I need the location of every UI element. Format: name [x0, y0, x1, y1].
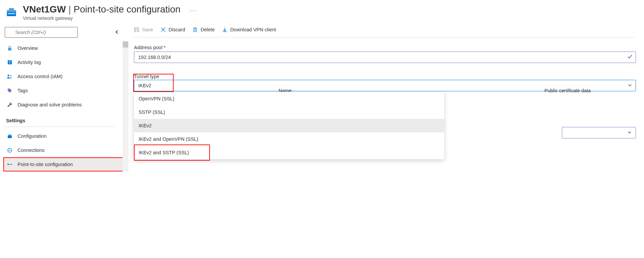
discard-button[interactable]: Discard: [160, 27, 185, 32]
tunnel-option-sstp[interactable]: SSTP (SSL): [134, 105, 444, 119]
toolbar-label: Save: [142, 27, 153, 32]
nav-diagnose[interactable]: Diagnose and solve problems: [3, 98, 124, 112]
toolbar-label: Delete: [201, 27, 215, 32]
svg-point-13: [8, 89, 9, 90]
svg-rect-14: [8, 135, 12, 138]
trash-icon: [192, 27, 198, 32]
required-indicator: *: [164, 45, 166, 50]
page-title: Point-to-site configuration: [74, 4, 181, 15]
download-button[interactable]: Download VPN client: [222, 27, 276, 32]
tunnel-option-ikev2-sstp[interactable]: IKEv2 and SSTP (SSL): [134, 146, 444, 159]
nav-access-control[interactable]: Access control (IAM): [3, 69, 124, 84]
download-icon: [222, 27, 227, 32]
nav-configuration[interactable]: Configuration: [3, 129, 124, 143]
tunnel-option-ikev2[interactable]: IKEv2: [134, 119, 444, 132]
tunnel-type-label: Tunnel type: [134, 74, 636, 79]
nav-connections[interactable]: Connections: [3, 143, 124, 157]
nav-point-to-site[interactable]: Point-to-site configuration: [3, 157, 124, 171]
toolbar: Save Discard Delete Download VPN client: [134, 24, 636, 37]
svg-rect-1: [7, 10, 16, 12]
toolbar-label: Download VPN client: [230, 27, 276, 32]
svg-point-21: [11, 164, 12, 165]
svg-rect-2: [9, 8, 14, 10]
partially-hidden-field: [562, 127, 636, 138]
svg-point-20: [7, 164, 9, 165]
address-pool-input[interactable]: [134, 52, 636, 63]
nav-label: Activity log: [17, 60, 41, 65]
tunnel-option-openvpn[interactable]: OpenVPN (SSL): [134, 92, 444, 105]
check-icon: [627, 54, 633, 61]
title-separator: |: [69, 4, 71, 15]
p2s-icon: [7, 161, 13, 167]
chevron-down-icon: [628, 130, 632, 135]
dropdown-value: IKEv2: [138, 83, 151, 88]
gateway-icon: [5, 6, 17, 18]
save-button: Save: [134, 27, 153, 32]
wrench-icon: [7, 102, 13, 108]
resource-type: Virtual network gateway: [23, 15, 197, 21]
close-icon: [160, 27, 166, 32]
nav-tags[interactable]: Tags: [3, 84, 124, 98]
nav-section-settings: Settings: [3, 112, 114, 127]
page-header: VNet1GW | Point-to-site configuration ··…: [0, 0, 644, 24]
svg-point-17: [9, 150, 10, 151]
sidebar: Overview Activity log Access control (IA…: [0, 24, 124, 171]
svg-rect-15: [9, 134, 11, 135]
delete-button[interactable]: Delete: [192, 27, 215, 32]
more-actions-button[interactable]: ···: [183, 7, 197, 14]
connections-icon: [7, 147, 13, 153]
log-icon: [7, 59, 13, 65]
address-pool-label: Address pool*: [134, 45, 636, 50]
tunnel-type-dropdown-menu: OpenVPN (SSL) SSTP (SSL) IKEv2 IKEv2 and…: [134, 92, 444, 159]
tag-icon: [7, 88, 13, 94]
nav-overview[interactable]: Overview: [3, 41, 124, 55]
nav-label: Connections: [17, 148, 45, 153]
svg-rect-3: [8, 13, 15, 14]
save-icon: [134, 27, 139, 32]
main-content: Save Discard Delete Download VPN client: [124, 24, 644, 171]
svg-point-12: [10, 75, 11, 76]
nav-label: Diagnose and solve problems: [17, 102, 82, 107]
nav-label: Overview: [17, 45, 38, 51]
people-icon: [7, 73, 13, 79]
nav-activity-log[interactable]: Activity log: [3, 55, 124, 69]
nav-label: Tags: [17, 88, 28, 93]
tunnel-option-ikev2-openvpn[interactable]: IKEv2 and OpenVPN (SSL): [134, 132, 444, 146]
nav-label: Access control (IAM): [17, 74, 63, 79]
collapse-sidebar-button[interactable]: [114, 28, 121, 37]
chevron-down-icon: [628, 83, 632, 88]
resource-name: VNet1GW: [23, 4, 66, 15]
lock-icon: [7, 45, 13, 51]
toolbar-label: Discard: [169, 27, 185, 32]
nav-label: Point-to-site configuration: [17, 162, 73, 167]
svg-rect-6: [8, 48, 11, 51]
sidebar-search-input[interactable]: [5, 27, 78, 38]
svg-point-11: [8, 75, 9, 76]
svg-rect-25: [194, 28, 196, 32]
column-header-cert: Public certificate data: [544, 88, 591, 93]
sidebar-scrollbar[interactable]: [122, 41, 129, 171]
toolbox-icon: [7, 133, 13, 139]
nav-label: Configuration: [17, 133, 46, 139]
